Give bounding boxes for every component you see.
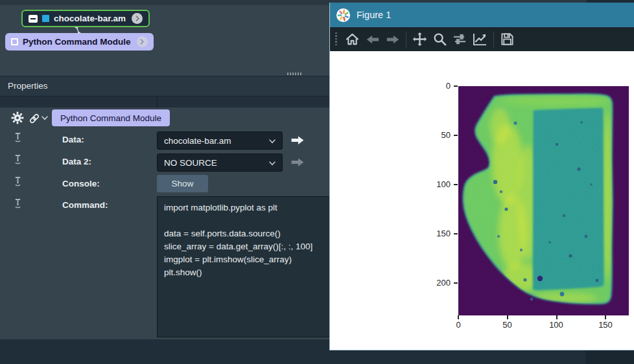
link-icon (29, 113, 40, 124)
data-node-label: chocolate-bar.am (54, 14, 126, 23)
data-source-dropdown[interactable]: chocolate-bar.am (157, 131, 283, 150)
home-icon (346, 33, 359, 45)
back-button[interactable] (362, 30, 382, 49)
data-source-value: chocolate-bar.am (164, 136, 231, 146)
pin-icon[interactable] (14, 154, 22, 168)
save-button[interactable] (497, 30, 517, 49)
xtick-label: 150 (591, 320, 620, 330)
command-port-label: Command: (62, 200, 108, 210)
module-header-expander[interactable] (41, 115, 49, 121)
ytick-label: 0 (431, 81, 451, 91)
pan-icon (412, 32, 427, 47)
xtick-label: 100 (542, 320, 570, 330)
forward-arrow-icon (386, 34, 400, 45)
pin-icon[interactable] (14, 132, 22, 146)
figure-window-title: Figure 1 (357, 10, 391, 20)
matplotlib-logo-icon (336, 8, 351, 23)
xtick-mark (605, 315, 606, 319)
chevron-down-icon (269, 136, 276, 146)
pin-icon[interactable] (14, 176, 22, 190)
home-button[interactable] (342, 30, 362, 49)
chevron-down-icon (269, 158, 276, 168)
toolbar-separator (493, 32, 494, 47)
save-icon (500, 32, 514, 46)
module-node-python-command[interactable]: Python Command Module (5, 33, 154, 51)
xtick-label: 0 (444, 320, 473, 330)
console-port-label: Console: (62, 179, 100, 188)
sliders-icon (453, 33, 467, 45)
figure-titlebar[interactable]: Figure 1 (330, 3, 634, 27)
arrow-right-icon (290, 135, 305, 145)
module-link-button[interactable] (28, 112, 41, 125)
module-settings-button[interactable] (10, 111, 25, 125)
data2-port-label: Data 2: (62, 157, 91, 166)
chevron-right-icon (139, 39, 145, 45)
node-menu-button[interactable] (132, 13, 143, 24)
command-code-editor[interactable]: import matplotlib.pyplot as plt data = s… (157, 196, 346, 337)
ytick-mark (454, 233, 458, 234)
data-connect-button[interactable] (289, 134, 306, 146)
xtick-mark (507, 315, 508, 319)
toolbar-separator (406, 32, 406, 47)
toolbar-grip-handle[interactable] (335, 32, 337, 47)
data-node-chocolate-bar[interactable]: chocolate-bar.am (21, 10, 150, 27)
arrow-right-icon (290, 157, 305, 167)
chevron-right-icon (135, 16, 140, 21)
pin-icon[interactable] (14, 198, 22, 212)
magnifier-icon (433, 32, 447, 46)
zoom-button[interactable] (430, 30, 450, 49)
xtick-mark (556, 315, 558, 319)
ytick-mark (454, 184, 458, 185)
data2-connect-button[interactable] (289, 156, 306, 168)
xtick-label: 50 (493, 320, 522, 330)
plot-options-button[interactable] (470, 30, 490, 49)
ytick-mark (454, 282, 458, 284)
module-node-label: Python Command Module (23, 37, 131, 47)
xtick-mark (458, 315, 459, 319)
collapse-icon[interactable] (29, 15, 38, 23)
forward-button[interactable] (382, 30, 403, 49)
line-chart-icon (473, 32, 487, 46)
gear-icon (11, 111, 24, 124)
module-header-chip[interactable]: Python Command Module (52, 109, 170, 126)
module-type-icon (11, 38, 18, 45)
ytick-label: 200 (431, 278, 451, 288)
back-arrow-icon (366, 34, 380, 45)
subplots-button[interactable] (450, 30, 470, 49)
console-show-button[interactable]: Show (157, 175, 208, 192)
ytick-label: 50 (431, 130, 451, 141)
data2-source-value: NO SOURCE (164, 158, 217, 168)
data-port-label: Data: (62, 135, 84, 144)
figure-canvas: 0 50 100 150 200 (330, 51, 634, 350)
panel-splitter-handle[interactable] (287, 73, 304, 75)
figure-window: Figure 1 0 50 100 (329, 3, 634, 350)
pan-button[interactable] (410, 30, 430, 49)
ytick-label: 150 (431, 229, 451, 239)
data-type-icon (42, 15, 49, 22)
node-menu-button[interactable] (137, 36, 148, 47)
data2-source-dropdown[interactable]: NO SOURCE (157, 154, 283, 172)
ytick-mark (454, 85, 458, 87)
ytick-mark (454, 135, 458, 136)
figure-toolbar (330, 27, 634, 51)
imshow-heatmap (458, 86, 629, 315)
chevron-down-icon (41, 116, 48, 120)
ytick-label: 100 (431, 179, 451, 190)
